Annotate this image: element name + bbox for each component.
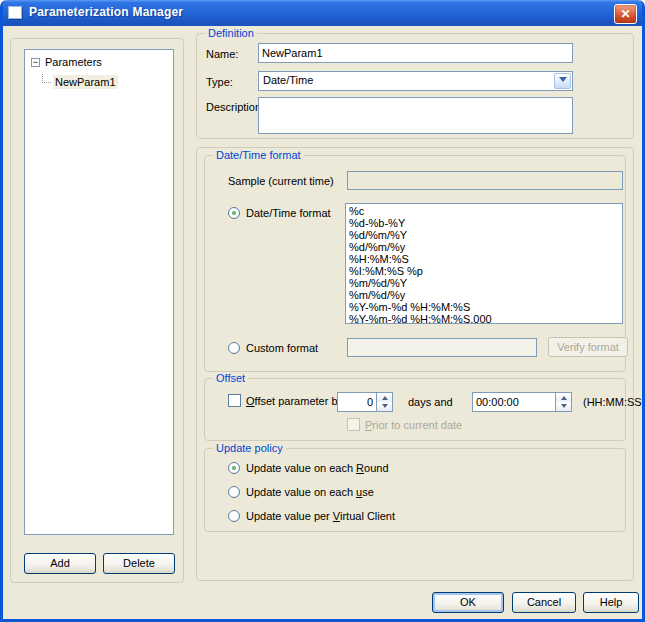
format-list-item[interactable]: %Y-%m-%d %H:%M:%S.000 <box>349 313 622 324</box>
update-each-round-label[interactable]: Update value on each Round <box>246 462 389 474</box>
format-list-item[interactable]: %m/%d/%y <box>349 289 622 301</box>
sample-label: Sample (current time) <box>228 175 334 187</box>
format-list[interactable]: %c %d-%b-%Y %d/%m/%Y %d/%m/%y %H:%M:%S %… <box>345 203 623 324</box>
offset-label-rest: ffset parameter by <box>255 395 343 407</box>
update-each-round-radio[interactable] <box>228 462 240 474</box>
format-list-item[interactable]: %I:%M:%S %p <box>349 265 622 277</box>
format-list-item[interactable]: %m/%d/%Y <box>349 277 622 289</box>
option-mnemonic: V <box>333 510 340 522</box>
update-policy-group-title: Update policy <box>213 442 286 454</box>
offset-group-title: Offset <box>213 372 248 384</box>
prior-to-current-date-label: Prior to current date <box>365 419 462 431</box>
days-spinner[interactable]: 0 <box>337 392 393 412</box>
type-selected-value: Date/Time <box>263 74 313 86</box>
option-text: se <box>362 486 374 498</box>
update-each-use-radio[interactable] <box>228 486 240 498</box>
format-list-item[interactable]: %d-%b-%Y <box>349 217 622 229</box>
format-list-item[interactable]: %Y-%m-%d %H:%M:%S <box>349 301 622 313</box>
option-text: irtual Client <box>340 510 395 522</box>
tree-item-newparam1[interactable]: NewParam1 <box>25 74 173 90</box>
type-label: Type: <box>206 76 233 88</box>
sample-field <box>347 171 623 190</box>
update-each-use-label[interactable]: Update value on each use <box>246 486 374 498</box>
datetime-format-group-title: Date/Time format <box>213 149 304 161</box>
spin-down-icon[interactable] <box>556 402 571 411</box>
title-bar[interactable]: Parameterization Manager ✕ <box>0 0 645 26</box>
verify-format-button: Verify format <box>548 337 628 357</box>
update-per-virtual-client-label[interactable]: Update value per Virtual Client <box>246 510 395 522</box>
days-spin-buttons <box>376 393 392 411</box>
option-text: ound <box>364 462 388 474</box>
time-value[interactable]: 00:00:00 <box>476 396 552 408</box>
app-icon <box>8 6 22 19</box>
definition-group-title: Definition <box>205 27 257 39</box>
days-value[interactable]: 0 <box>341 396 373 408</box>
offset-parameter-checkbox[interactable] <box>228 394 241 407</box>
type-dropdown[interactable]: Date/Time <box>258 71 573 91</box>
datetime-format-radio[interactable] <box>228 207 240 219</box>
ok-button[interactable]: OK <box>432 592 504 613</box>
offset-parameter-label[interactable]: Offset parameter by <box>246 395 343 407</box>
custom-format-radio-label[interactable]: Custom format <box>246 342 318 354</box>
tree-selected-item[interactable]: NewParam1 <box>53 75 118 89</box>
time-spin-buttons <box>555 393 571 411</box>
parameterization-manager-dialog: Parameterization Manager ✕ − Parameters … <box>0 0 645 622</box>
custom-format-field <box>347 338 537 357</box>
cancel-button[interactable]: Cancel <box>512 592 576 613</box>
window-title: Parameterization Manager <box>29 5 183 19</box>
format-list-item[interactable]: %d/%m/%y <box>349 241 622 253</box>
days-and-label: days and <box>408 396 453 408</box>
time-spinner[interactable]: 00:00:00 <box>472 392 572 412</box>
description-textarea[interactable] <box>258 97 573 134</box>
collapse-icon[interactable]: − <box>31 58 40 67</box>
close-icon[interactable]: ✕ <box>614 4 637 24</box>
spin-up-icon[interactable] <box>377 393 392 402</box>
format-list-item[interactable]: %H:%M:%S <box>349 253 622 265</box>
delete-button[interactable]: Delete <box>103 553 175 574</box>
offset-mnemonic: O <box>246 395 255 407</box>
spin-up-icon[interactable] <box>556 393 571 402</box>
name-label: Name: <box>206 48 238 60</box>
option-mnemonic: R <box>356 462 364 474</box>
prior-label-rest: rior to current date <box>372 419 462 431</box>
time-format-hint: (HH:MM:SS) <box>583 396 645 408</box>
option-text: Update value on each <box>246 462 356 474</box>
custom-format-radio[interactable] <box>228 342 240 354</box>
parameter-tree[interactable]: − Parameters NewParam1 <box>24 49 174 535</box>
dialog-body: − Parameters NewParam1 Add Delete Defini… <box>3 26 642 619</box>
tree-item-parameters[interactable]: − Parameters <box>25 54 173 70</box>
add-button[interactable]: Add <box>24 553 96 574</box>
spin-down-icon[interactable] <box>377 402 392 411</box>
prior-to-current-date-checkbox <box>347 418 360 431</box>
format-list-item[interactable]: %c <box>349 205 622 217</box>
chevron-down-icon[interactable] <box>554 73 571 89</box>
description-label: Description <box>206 101 261 113</box>
name-input[interactable] <box>258 43 573 63</box>
datetime-format-radio-label[interactable]: Date/Time format <box>246 207 331 219</box>
tree-connector <box>42 74 51 83</box>
format-list-item[interactable]: %d/%m/%Y <box>349 229 622 241</box>
option-text: Update value on each <box>246 486 356 498</box>
tree-root-label[interactable]: Parameters <box>45 56 102 68</box>
help-button[interactable]: Help <box>583 592 639 613</box>
update-per-virtual-client-radio[interactable] <box>228 510 240 522</box>
option-text: Update value per <box>246 510 333 522</box>
